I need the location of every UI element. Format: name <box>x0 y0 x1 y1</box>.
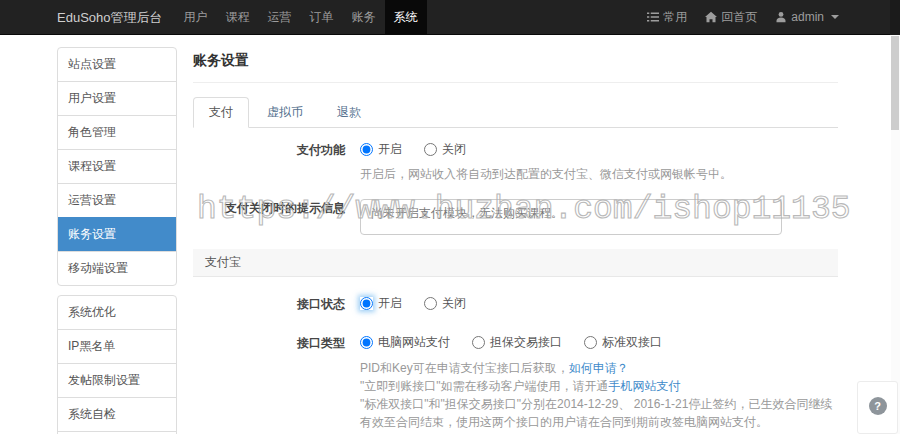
sidebar-item-ip-blacklist[interactable]: IP黑名单 <box>58 329 176 363</box>
interface-status-off-radio[interactable] <box>424 297 437 310</box>
pay-function-on-option[interactable]: 开启 <box>360 141 402 158</box>
interface-status-label: 接口状态 <box>193 295 345 312</box>
sidebar-panel-settings: 站点设置 用户设置 角色管理 课程设置 运营设置 账务设置 移动端设置 <box>57 47 177 286</box>
closed-message-label: 支付关闭时的提示信息 <box>193 199 345 235</box>
home-label: 回首页 <box>721 0 757 35</box>
nav-item-operations[interactable]: 运营 <box>259 0 301 34</box>
interface-type-web-option[interactable]: 电脑网站支付 <box>360 334 450 351</box>
closed-message-textarea[interactable]: 尚未开启支付模块，无法购买课程。 <box>360 199 782 235</box>
sidebar-item-course-settings[interactable]: 课程设置 <box>58 149 176 183</box>
sidebar-panel-system: 系统优化 IP黑名单 发帖限制设置 系统自检 系统日志 <box>57 295 177 434</box>
interface-type-row: 接口类型 电脑网站支付 担保交易接口 标准双接口 <box>193 334 838 431</box>
floating-help-widget: ? <box>857 381 898 434</box>
pay-function-off-radio[interactable] <box>424 143 437 156</box>
interface-type-escrow-option[interactable]: 担保交易接口 <box>472 334 562 351</box>
pay-function-help: 开启后，网站收入将自动到达配置的支付宝、微信支付或网银帐号中。 <box>360 166 838 183</box>
help-question-button[interactable]: ? <box>869 397 887 415</box>
pay-function-off-option[interactable]: 关闭 <box>424 141 466 158</box>
mobile-web-pay-link[interactable]: 手机网站支付 <box>609 379 681 393</box>
interface-type-dual-radio[interactable] <box>584 336 597 349</box>
interface-status-off-option[interactable]: 关闭 <box>424 295 466 312</box>
quick-menu-label: 常用 <box>663 0 687 35</box>
sidebar-item-role-management[interactable]: 角色管理 <box>58 115 176 149</box>
interface-status-row: 接口状态 开启 关闭 <box>193 295 838 312</box>
navbar-scrollbar-cap <box>890 0 900 35</box>
tab-refund[interactable]: 退款 <box>321 97 377 128</box>
sidebar: 站点设置 用户设置 角色管理 课程设置 运营设置 账务设置 移动端设置 系统优化… <box>57 47 177 434</box>
quick-menu-button[interactable]: 常用 <box>638 0 696 34</box>
interface-status-on-radio[interactable] <box>360 297 373 310</box>
pay-function-label: 支付功能 <box>193 141 345 183</box>
list-icon <box>647 11 659 23</box>
sidebar-item-system-check[interactable]: 系统自检 <box>58 397 176 431</box>
nav-item-users[interactable]: 用户 <box>175 0 217 34</box>
sidebar-item-site-settings[interactable]: 站点设置 <box>58 48 176 81</box>
sidebar-item-user-settings[interactable]: 用户设置 <box>58 81 176 115</box>
navbar-right: 常用 回首页 admin <box>638 0 900 34</box>
nav-item-system[interactable]: 系统 <box>385 0 427 34</box>
tab-payment[interactable]: 支付 <box>193 97 249 128</box>
interface-type-help: PID和Key可在申请支付宝接口后获取，如何申请？ "立即到账接口"如需在移动客… <box>360 359 838 431</box>
sidebar-item-finance-settings[interactable]: 账务设置 <box>58 217 176 251</box>
tab-virtual-coin[interactable]: 虚拟币 <box>251 97 319 128</box>
tab-bar: 支付 虚拟币 退款 <box>193 97 838 128</box>
pay-function-on-radio[interactable] <box>360 143 373 156</box>
interface-status-on-option[interactable]: 开启 <box>360 295 402 312</box>
sidebar-item-mobile-settings[interactable]: 移动端设置 <box>58 251 176 285</box>
sidebar-item-system-optimization[interactable]: 系统优化 <box>58 296 176 329</box>
nav-item-courses[interactable]: 课程 <box>217 0 259 34</box>
user-icon <box>775 11 787 23</box>
scrollbar-thumb[interactable] <box>891 36 899 130</box>
how-to-apply-link[interactable]: 如何申请？ <box>569 361 629 375</box>
interface-type-label: 接口类型 <box>193 334 345 431</box>
home-icon <box>705 11 717 23</box>
page-title: 账务设置 <box>193 45 838 83</box>
nav-item-finance[interactable]: 账务 <box>343 0 385 34</box>
user-name: admin <box>791 0 824 35</box>
chevron-down-icon <box>831 15 839 19</box>
brand-logo[interactable]: EduSoho管理后台 <box>0 0 175 34</box>
user-menu[interactable]: admin <box>766 0 848 34</box>
sidebar-item-operation-settings[interactable]: 运营设置 <box>58 183 176 217</box>
sidebar-item-post-limit[interactable]: 发帖限制设置 <box>58 363 176 397</box>
main-content: 账务设置 支付 虚拟币 退款 支付功能 开启 关闭 开启后，网站收 <box>193 45 838 434</box>
home-button[interactable]: 回首页 <box>696 0 766 34</box>
scrollbar-track[interactable] <box>891 36 900 434</box>
pay-function-row: 支付功能 开启 关闭 开启后，网站收入将自动到达配置的支付宝、微信支付或网银帐号… <box>193 141 838 183</box>
interface-type-web-radio[interactable] <box>360 336 373 349</box>
alipay-section-header: 支付宝 <box>193 249 838 277</box>
interface-type-escrow-radio[interactable] <box>472 336 485 349</box>
payment-settings-form: 支付功能 开启 关闭 开启后，网站收入将自动到达配置的支付宝、微信支付或网银帐号… <box>193 141 838 434</box>
top-navbar: EduSoho管理后台 用户 课程 运营 订单 账务 系统 常用 回首页 adm… <box>0 0 900 35</box>
nav-item-orders[interactable]: 订单 <box>301 0 343 34</box>
interface-type-dual-option[interactable]: 标准双接口 <box>584 334 662 351</box>
closed-message-row: 支付关闭时的提示信息 尚未开启支付模块，无法购买课程。 <box>193 199 838 235</box>
